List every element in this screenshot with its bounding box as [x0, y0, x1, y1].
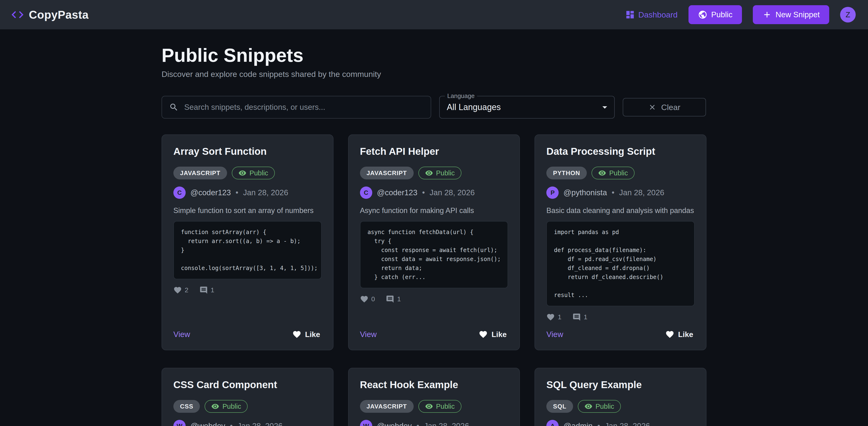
author-row: P @pythonista • Jan 28, 2026: [546, 187, 695, 199]
username: @coder123: [377, 188, 417, 197]
app-header: CopyPasta Dashboard Public New Snippet Z: [0, 0, 868, 29]
card-footer: View Like: [173, 323, 322, 341]
like-label: Like: [492, 330, 506, 339]
comment-icon: [572, 313, 581, 321]
comments-count: 1: [397, 295, 401, 303]
heart-icon: [665, 330, 674, 339]
snippet-title: Data Processing Script: [546, 145, 695, 158]
snippet-description: Basic data cleaning and analysis with pa…: [546, 206, 695, 216]
code-icon: [10, 7, 25, 22]
visibility-label: Public: [250, 169, 268, 177]
username: @pythonista: [563, 188, 607, 197]
page-title: Public Snippets: [161, 45, 707, 66]
public-nav-button[interactable]: Public: [688, 5, 742, 24]
snippet-title: CSS Card Component: [173, 379, 322, 391]
like-label: Like: [305, 330, 320, 339]
snippet-card: Array Sort Function JAVASCRIPT Public C …: [161, 135, 334, 350]
snippet-date: Jan 28, 2026: [605, 422, 650, 426]
eye-icon: [425, 402, 433, 410]
language-chip: PYTHON: [546, 167, 587, 179]
dashboard-label: Dashboard: [638, 10, 678, 20]
separator-dot: •: [416, 422, 419, 426]
chip-row: SQL Public: [546, 400, 695, 413]
visibility-chip: Public: [591, 167, 634, 179]
like-button[interactable]: Like: [291, 328, 322, 341]
avatar: C: [360, 187, 372, 199]
search-box: [161, 96, 431, 119]
plus-icon: [762, 10, 772, 20]
avatar: C: [173, 187, 186, 199]
visibility-chip: Public: [418, 167, 461, 179]
author-row: C @coder123 • Jan 28, 2026: [360, 187, 508, 199]
clear-filters-button[interactable]: Clear: [623, 98, 706, 116]
code-preview: async function fetchData(url) { try { co…: [360, 221, 508, 288]
chip-row: CSS Public: [173, 400, 322, 413]
language-chip: JAVASCRIPT: [360, 400, 414, 413]
card-footer: View Like: [546, 323, 695, 341]
user-avatar[interactable]: Z: [840, 7, 856, 23]
comments-count: 1: [211, 286, 215, 294]
username: @webdev: [190, 422, 225, 426]
heart-icon: [360, 295, 369, 304]
code-preview: function sortArray(arr) { return arr.sor…: [173, 221, 322, 279]
avatar: W: [173, 420, 186, 426]
eye-icon: [598, 169, 606, 177]
author-row: C @coder123 • Jan 28, 2026: [173, 187, 322, 199]
snippet-card: Fetch API Helper JAVASCRIPT Public C @co…: [348, 135, 520, 350]
language-chip: CSS: [173, 400, 200, 413]
avatar: W: [360, 420, 372, 426]
like-button[interactable]: Like: [664, 328, 695, 341]
comments-count: 1: [584, 313, 588, 321]
globe-icon: [698, 10, 707, 20]
eye-icon: [425, 169, 433, 177]
like-label: Like: [678, 330, 693, 339]
separator-dot: •: [422, 188, 425, 197]
author-row: W @webdev • Jan 28, 2026: [173, 420, 322, 426]
like-button[interactable]: Like: [477, 328, 508, 341]
separator-dot: •: [612, 188, 615, 197]
eye-icon: [211, 402, 219, 410]
chip-row: JAVASCRIPT Public: [360, 400, 508, 413]
chip-row: PYTHON Public: [546, 167, 695, 179]
app-title: CopyPasta: [29, 8, 89, 21]
visibility-label: Public: [595, 403, 614, 410]
snippet-title: Array Sort Function: [173, 145, 322, 158]
visibility-chip: Public: [232, 167, 275, 179]
visibility-label: Public: [436, 403, 455, 410]
search-input[interactable]: [184, 103, 424, 112]
snippet-title: Fetch API Helper: [360, 145, 508, 158]
chip-row: JAVASCRIPT Public: [360, 167, 508, 179]
snippet-card: Data Processing Script PYTHON Public P @…: [534, 135, 707, 350]
header-nav: Dashboard Public New Snippet Z: [625, 5, 856, 24]
new-snippet-button[interactable]: New Snippet: [753, 5, 829, 24]
visibility-chip: Public: [418, 400, 461, 413]
view-button[interactable]: View: [360, 328, 380, 341]
username: @coder123: [190, 188, 231, 197]
snippet-description: Simple function to sort an array of numb…: [173, 206, 322, 216]
code-preview: import pandas as pd def process_data(fil…: [546, 221, 695, 306]
dashboard-link[interactable]: Dashboard: [625, 10, 678, 20]
comments-stat: 1: [199, 286, 215, 294]
avatar: A: [546, 420, 559, 426]
comments-stat: 1: [386, 295, 401, 304]
language-chip: JAVASCRIPT: [173, 167, 227, 179]
app-logo[interactable]: CopyPasta: [10, 7, 89, 22]
heart-icon: [173, 286, 182, 294]
author-row: W @webdev • Jan 28, 2026: [360, 420, 508, 426]
snippet-date: Jan 28, 2026: [619, 188, 664, 197]
likes-stat: 0: [360, 295, 375, 304]
snippet-date: Jan 28, 2026: [243, 188, 288, 197]
likes-count: 1: [558, 313, 561, 321]
clear-filters-label: Clear: [661, 103, 680, 112]
view-button[interactable]: View: [173, 328, 193, 341]
view-button[interactable]: View: [546, 328, 566, 341]
heart-icon: [479, 330, 488, 339]
separator-dot: •: [236, 188, 239, 197]
page-subtitle: Discover and explore code snippets share…: [161, 69, 707, 79]
language-select[interactable]: Language All Languages: [439, 96, 615, 119]
snippet-date: Jan 28, 2026: [424, 422, 469, 426]
likes-count: 0: [371, 295, 375, 303]
language-select-value: All Languages: [447, 102, 501, 112]
snippet-title: React Hook Example: [360, 379, 508, 391]
separator-dot: •: [230, 422, 233, 426]
